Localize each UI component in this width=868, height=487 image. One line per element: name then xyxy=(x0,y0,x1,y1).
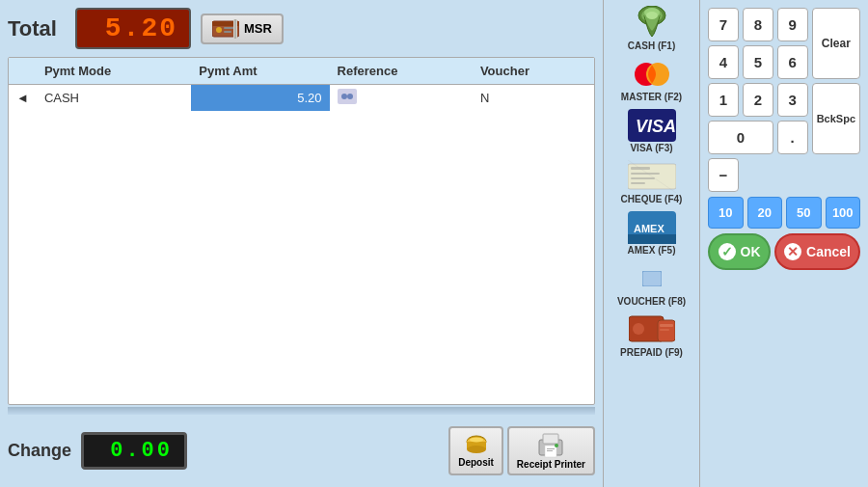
svg-rect-30 xyxy=(631,167,650,170)
svg-rect-33 xyxy=(631,182,645,184)
svg-rect-20 xyxy=(547,450,553,451)
reference-icon xyxy=(338,89,357,104)
receipt-label: Receipt Printer xyxy=(517,459,585,470)
action-buttons: ✓ OK ✕ Cancel xyxy=(708,233,860,270)
prepaid-label: PREPAID (F9) xyxy=(620,347,683,358)
svg-text:VISA: VISA xyxy=(636,117,676,136)
payment-method-visa[interactable]: VISA VISA (F3) xyxy=(609,106,695,155)
ok-check-icon: ✓ xyxy=(719,243,736,260)
svg-text:AMEX: AMEX xyxy=(634,223,665,234)
bottom-buttons: Deposit Receipt Printer xyxy=(448,426,595,475)
num-0-button[interactable]: 0 xyxy=(708,121,773,154)
table-row[interactable]: ◄ CASH 5.20 N xyxy=(9,85,594,112)
minus-button[interactable]: − xyxy=(708,158,739,192)
quick-50-button[interactable]: 50 xyxy=(786,197,822,229)
change-display: 0.00 xyxy=(81,432,187,470)
reference-cell xyxy=(330,85,473,112)
svg-rect-38 xyxy=(642,271,662,286)
payment-method-amex[interactable]: AMEX AMEX (F5) xyxy=(609,208,695,257)
payment-amount-cell: 5.20 xyxy=(191,85,329,112)
svg-rect-31 xyxy=(631,173,660,175)
msr-icon xyxy=(212,19,239,39)
backspace-button[interactable]: BckSpc xyxy=(812,83,860,154)
svg-point-14 xyxy=(470,438,483,443)
num-9-button[interactable]: 9 xyxy=(777,8,808,41)
deposit-label: Deposit xyxy=(458,457,494,468)
voucher-label: VOUCHER (F8) xyxy=(617,296,686,307)
num-3-button[interactable]: 3 xyxy=(777,83,808,117)
payment-method-cheque[interactable]: CHEQUE (F4) xyxy=(609,157,695,206)
num-2-button[interactable]: 2 xyxy=(743,83,773,117)
total-label: Total xyxy=(8,16,66,41)
num-1-button[interactable]: 1 xyxy=(708,83,739,117)
quick-20-button[interactable]: 20 xyxy=(747,197,783,229)
msr-button[interactable]: MSR xyxy=(201,14,284,44)
num-8-button[interactable]: 8 xyxy=(743,8,773,41)
visa-label: VISA (F3) xyxy=(630,143,672,153)
receipt-printer-button[interactable]: Receipt Printer xyxy=(507,426,595,475)
deposit-icon xyxy=(461,434,492,457)
cancel-x-icon: ✕ xyxy=(784,243,801,260)
numpad-panel: 7 8 9 Clear 4 5 6 1 2 3 BckSpc 0 . − 10 … xyxy=(699,0,868,487)
svg-point-18 xyxy=(555,444,558,447)
amex-label: AMEX (F5) xyxy=(628,245,676,256)
svg-rect-43 xyxy=(660,329,669,331)
svg-point-40 xyxy=(633,323,644,335)
voucher-icon xyxy=(628,261,676,296)
left-panel: Total 5.20 MSR xyxy=(0,0,603,487)
quick-10-button[interactable]: 10 xyxy=(708,197,744,229)
change-section: Change 0.00 xyxy=(8,432,187,470)
svg-point-2 xyxy=(216,27,222,33)
payment-method-prepaid[interactable]: PREPAID (F9) xyxy=(609,311,695,360)
svg-point-8 xyxy=(341,94,347,99)
amex-icon: AMEX xyxy=(628,210,676,245)
ok-button[interactable]: ✓ OK xyxy=(708,233,771,270)
num-6-button[interactable]: 6 xyxy=(777,45,808,79)
bottom-row: Change 0.00 Deposit xyxy=(8,422,595,479)
quick-100-button[interactable]: 100 xyxy=(826,197,861,229)
svg-point-13 xyxy=(467,446,486,453)
deposit-button[interactable]: Deposit xyxy=(448,426,503,475)
svg-rect-37 xyxy=(628,234,676,244)
total-row: Total 5.20 MSR xyxy=(8,8,595,49)
msr-label: MSR xyxy=(244,21,272,36)
svg-rect-42 xyxy=(660,324,673,327)
col-indicator xyxy=(9,58,37,85)
payment-method-voucher[interactable]: VOUCHER (F8) xyxy=(609,259,695,309)
svg-rect-4 xyxy=(224,31,231,33)
cancel-button[interactable]: ✕ Cancel xyxy=(774,233,860,270)
payment-methods-panel: CASH (F1) MASTER (F2) VISA VISA (F3) xyxy=(603,0,699,487)
mastercard-icon xyxy=(628,57,676,92)
col-pymt-mode: Pymt Mode xyxy=(37,58,191,85)
payment-table-container: Pymt Mode Pymt Amt Reference Voucher ◄ C… xyxy=(8,57,595,405)
change-label: Change xyxy=(8,441,71,461)
voucher-cell: N xyxy=(473,85,594,112)
receipt-printer-icon xyxy=(535,432,566,459)
prepaid-icon xyxy=(628,312,676,347)
cheque-label: CHEQUE (F4) xyxy=(621,194,683,204)
num-7-button[interactable]: 7 xyxy=(708,8,739,41)
decimal-button[interactable]: . xyxy=(777,121,808,154)
svg-rect-19 xyxy=(547,448,555,449)
visa-icon: VISA xyxy=(628,108,676,143)
col-voucher: Voucher xyxy=(473,58,594,85)
master-label: MASTER (F2) xyxy=(621,92,682,102)
scroll-area xyxy=(8,407,595,415)
payment-method-master[interactable]: MASTER (F2) xyxy=(609,55,695,104)
col-reference: Reference xyxy=(330,58,473,85)
num-4-button[interactable]: 4 xyxy=(708,45,739,79)
cheque-icon xyxy=(628,159,676,194)
quick-buttons: 10 20 50 100 xyxy=(708,197,860,229)
ok-label: OK xyxy=(741,244,761,259)
svg-point-24 xyxy=(646,12,658,19)
payment-method-cash[interactable]: CASH (F1) xyxy=(609,4,695,53)
payment-table: Pymt Mode Pymt Amt Reference Voucher ◄ C… xyxy=(9,58,594,111)
clear-button[interactable]: Clear xyxy=(812,8,860,79)
cancel-label: Cancel xyxy=(806,244,851,259)
num-5-button[interactable]: 5 xyxy=(743,45,773,79)
payment-mode-cell: CASH xyxy=(37,85,191,112)
row-indicator: ◄ xyxy=(9,85,37,112)
total-display: 5.20 xyxy=(75,8,191,49)
svg-rect-6 xyxy=(234,19,236,39)
cash-label: CASH (F1) xyxy=(628,41,675,51)
